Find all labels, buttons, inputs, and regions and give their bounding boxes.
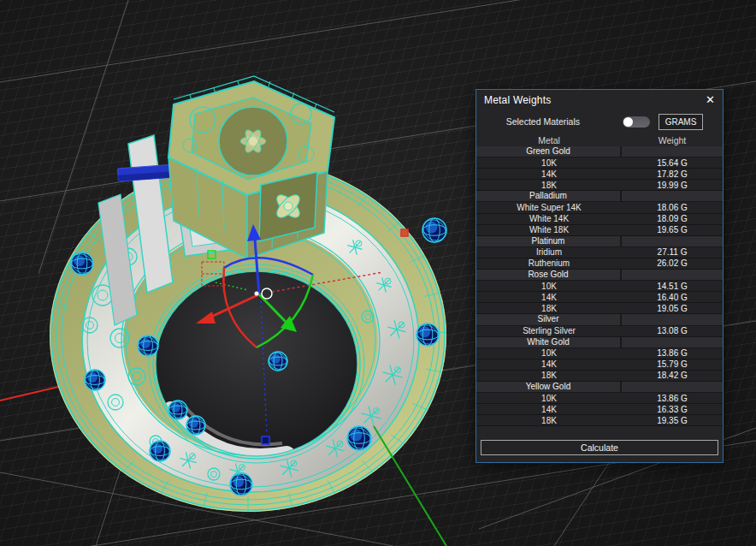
weight-column-header: Weight xyxy=(622,135,723,145)
metal-data-row[interactable]: 18K18.42 G xyxy=(476,371,723,382)
metal-data-row[interactable]: White 14K18.09 G xyxy=(476,214,723,225)
calculate-button[interactable]: Calculate xyxy=(481,440,718,455)
metal-data-row[interactable]: 10K15.64 G xyxy=(476,157,723,169)
metal-group-row[interactable]: Palladium xyxy=(476,191,723,202)
units-button[interactable]: GRAMS xyxy=(659,114,703,130)
ring-hole xyxy=(156,271,357,458)
selected-materials-label: Selected Materials xyxy=(506,116,580,127)
panel-controls: Selected Materials GRAMS xyxy=(476,110,723,134)
metal-data-row[interactable]: 18K19.35 G xyxy=(476,415,723,426)
metal-data-row[interactable]: 10K13.86 G xyxy=(476,393,723,404)
metal-group-row[interactable]: Silver xyxy=(476,314,723,325)
metal-group-row[interactable]: Green Gold xyxy=(476,146,723,157)
panel-titlebar[interactable]: Metal Weights ✕ xyxy=(476,90,723,110)
metal-weights-table: Green Gold10K15.64 G14K17.82 G18K19.99 G… xyxy=(476,146,723,426)
selected-materials-toggle[interactable] xyxy=(623,116,650,128)
metal-data-row[interactable]: Sterling Silver13.08 G xyxy=(476,326,723,337)
metal-group-row[interactable]: Yellow Gold xyxy=(476,382,723,393)
metal-data-row[interactable]: Ruthenium26.02 G xyxy=(476,258,723,270)
metal-data-row[interactable]: 10K13.86 G xyxy=(476,348,723,359)
metal-data-row[interactable]: 14K16.33 G xyxy=(476,404,723,415)
toggle-knob xyxy=(623,117,633,127)
close-icon[interactable]: ✕ xyxy=(706,91,715,109)
metal-group-row[interactable]: White Gold xyxy=(476,337,723,348)
gumball-x-handle[interactable] xyxy=(401,229,408,236)
metal-weights-panel: Metal Weights ✕ Selected Materials GRAMS… xyxy=(475,89,724,463)
gumball-z-handle[interactable] xyxy=(262,436,269,444)
viewport-3d[interactable]: Metal Weights ✕ Selected Materials GRAMS… xyxy=(0,0,756,546)
metal-column-header: Metal xyxy=(476,135,622,145)
gumball-origin-dot xyxy=(255,292,259,296)
metal-data-row[interactable]: 10K14.51 G xyxy=(476,281,723,292)
metal-data-row[interactable]: 18K19.05 G xyxy=(476,303,723,314)
metal-data-row[interactable]: 18K19.99 G xyxy=(476,180,723,191)
metal-data-row[interactable]: White 18K19.65 G xyxy=(476,225,723,236)
panel-title: Metal Weights xyxy=(476,94,551,106)
metal-data-row[interactable]: White Super 14K18.06 G xyxy=(476,202,723,213)
metal-group-row[interactable]: Rose Gold xyxy=(476,270,723,281)
metal-group-row[interactable]: Platinum xyxy=(476,236,723,247)
table-header: Metal Weight xyxy=(476,134,723,146)
metal-data-row[interactable]: 14K17.82 G xyxy=(476,169,723,180)
metal-data-row[interactable]: 14K16.40 G xyxy=(476,292,723,303)
metal-data-row[interactable]: 14K15.79 G xyxy=(476,359,723,371)
metal-data-row[interactable]: Iridium27.11 G xyxy=(476,247,723,258)
world-y-axis xyxy=(374,426,446,546)
